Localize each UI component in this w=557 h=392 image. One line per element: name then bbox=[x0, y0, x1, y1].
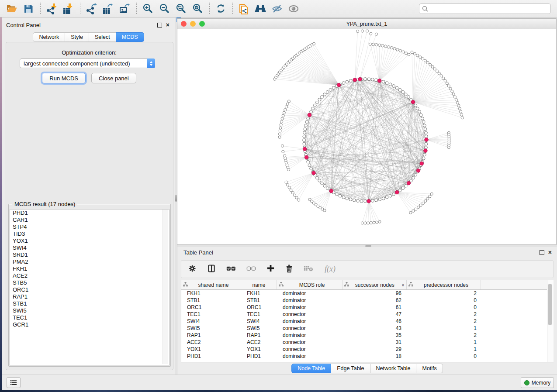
criterion-dropdown[interactable]: largest connected component (undirected) bbox=[20, 58, 155, 68]
column-settings-icon[interactable] bbox=[188, 264, 197, 275]
memory-button[interactable]: Memory bbox=[521, 377, 554, 388]
tab-select[interactable]: Select bbox=[89, 32, 116, 42]
mcds-result-item[interactable]: STB5 bbox=[10, 279, 169, 286]
close-panel-button[interactable]: Close panel bbox=[91, 73, 136, 83]
tab-edge-table[interactable]: Edge Table bbox=[331, 364, 370, 373]
table-cell: FKH1 bbox=[241, 290, 277, 297]
mcds-result-list[interactable]: PHD1CAR1STP4TID3YOX1SWI4SRD1PMA2FKH1ACE2… bbox=[10, 209, 170, 365]
table-row[interactable]: TEC1TEC1connector472 bbox=[181, 311, 553, 318]
mcds-result-item[interactable]: STB1 bbox=[10, 300, 169, 307]
table-row[interactable]: SWI4SWI4dominator462 bbox=[181, 318, 553, 325]
table-scrollbar-thumb[interactable] bbox=[548, 284, 552, 325]
table-row[interactable]: STB1STB1dominator620 bbox=[181, 297, 553, 304]
table-row[interactable]: ACE2ACE2connector311 bbox=[181, 339, 553, 346]
zoom-out-icon[interactable] bbox=[158, 2, 171, 15]
table-cell: dominator bbox=[277, 318, 343, 325]
hide-selected-icon[interactable] bbox=[270, 2, 284, 15]
show-all-icon[interactable] bbox=[287, 2, 300, 15]
table-row[interactable]: RAP1RAP1dominator352 bbox=[181, 332, 553, 339]
close-table-panel-icon[interactable]: × bbox=[548, 251, 552, 254]
export-table-icon[interactable] bbox=[101, 2, 114, 15]
import-network-icon[interactable] bbox=[45, 2, 58, 15]
deselect-all-rows-icon[interactable] bbox=[246, 265, 256, 274]
add-column-icon[interactable] bbox=[266, 264, 275, 274]
table-cell: 2 bbox=[407, 311, 481, 318]
table-cell: 2 bbox=[407, 332, 481, 339]
task-history-button[interactable] bbox=[7, 377, 21, 388]
zoom-fit-icon[interactable] bbox=[174, 2, 187, 15]
apply-layout-icon[interactable] bbox=[214, 2, 227, 15]
search-input[interactable] bbox=[430, 5, 548, 12]
mcds-result-item[interactable]: FKH1 bbox=[10, 265, 169, 272]
open-file-icon[interactable] bbox=[5, 2, 18, 15]
table-cell: 46 bbox=[343, 318, 407, 325]
search-box[interactable] bbox=[419, 3, 551, 14]
table-cell: 1 bbox=[407, 325, 481, 332]
tab-motifs[interactable]: Motifs bbox=[416, 364, 443, 373]
column-label: predecessor nodes bbox=[413, 282, 479, 288]
mcds-result-item[interactable]: STP4 bbox=[10, 224, 169, 230]
import-table-icon[interactable] bbox=[62, 2, 75, 15]
mcds-result-item[interactable]: RAP1 bbox=[10, 293, 169, 300]
mcds-result-item[interactable]: SWI4 bbox=[10, 244, 169, 251]
column-header-name[interactable]: name bbox=[241, 280, 277, 289]
column-header-predecessor-nodes[interactable]: predecessor nodes bbox=[407, 280, 481, 289]
close-panel-icon[interactable]: × bbox=[166, 23, 170, 27]
tab-mcds[interactable]: MCDS bbox=[116, 32, 144, 42]
search-network-icon[interactable] bbox=[254, 2, 267, 15]
table-row[interactable]: ORC1ORC1dominator610 bbox=[181, 304, 553, 311]
tab-style[interactable]: Style bbox=[65, 32, 89, 42]
tab-node-table[interactable]: Node Table bbox=[291, 364, 331, 373]
mcds-result-item[interactable]: GCR1 bbox=[10, 321, 169, 328]
table-cell: 31 bbox=[343, 339, 407, 346]
mcds-result-item[interactable]: TEC1 bbox=[10, 314, 169, 321]
table-cell: SWI4 bbox=[181, 318, 241, 325]
tab-network-table[interactable]: Network Table bbox=[370, 364, 417, 373]
zoom-in-icon[interactable] bbox=[141, 2, 154, 15]
delete-columns-icon[interactable] bbox=[285, 264, 293, 275]
horizontal-splitter-grip[interactable] bbox=[365, 245, 371, 247]
export-image-icon[interactable] bbox=[118, 2, 131, 15]
search-icon bbox=[422, 6, 428, 12]
table-panel-title: Table Panel bbox=[177, 249, 213, 256]
table-panel-tabs: Node TableEdge TableNetwork TableMotifs bbox=[291, 364, 443, 373]
table-cell: connector bbox=[277, 346, 343, 353]
save-icon[interactable] bbox=[22, 2, 35, 15]
column-header-MCDS-role[interactable]: MCDS role bbox=[277, 280, 343, 289]
export-network-icon[interactable] bbox=[85, 2, 98, 15]
mcds-result-item[interactable]: PMA2 bbox=[10, 258, 169, 265]
split-table-icon[interactable] bbox=[207, 264, 216, 275]
column-header-successor-nodes[interactable]: successor nodes∨ bbox=[343, 280, 407, 289]
table-row[interactable]: FKH1FKH1dominator962 bbox=[181, 290, 553, 297]
mcds-result-item[interactable]: SWI5 bbox=[10, 307, 169, 314]
mcds-result-item[interactable]: YOX1 bbox=[10, 237, 169, 244]
function-builder-icon[interactable]: f(x) bbox=[325, 265, 336, 274]
zoom-selected-icon[interactable] bbox=[191, 2, 204, 15]
tab-network[interactable]: Network bbox=[33, 32, 65, 42]
table-row[interactable]: PHD1PHD1dominator180 bbox=[181, 353, 553, 360]
mcds-result-title: MCDS result (17 nodes) bbox=[12, 201, 77, 207]
network-graph bbox=[177, 29, 556, 244]
float-panel-icon[interactable] bbox=[157, 23, 162, 28]
mcds-result-item[interactable]: ACE2 bbox=[10, 272, 169, 279]
node-table[interactable]: shared namenameMCDS rolesuccessor nodes∨… bbox=[181, 280, 554, 362]
mcds-list-scrollbar[interactable] bbox=[163, 210, 168, 364]
run-mcds-button[interactable]: Run MCDS bbox=[42, 73, 86, 83]
mcds-result-item[interactable]: ORC1 bbox=[10, 286, 169, 293]
network-frame-titlebar[interactable]: YPA_prune.txt_1 bbox=[177, 18, 557, 29]
select-all-rows-icon[interactable] bbox=[226, 265, 236, 274]
table-row[interactable]: YOX1YOX1connector291 bbox=[181, 346, 553, 353]
mcds-result-item[interactable]: PHD1 bbox=[10, 210, 169, 217]
clone-network-icon[interactable] bbox=[237, 2, 250, 15]
status-bar bbox=[2, 375, 557, 390]
table-row[interactable]: SWI5SWI5connector431 bbox=[181, 325, 553, 332]
column-header-shared-name[interactable]: shared name bbox=[181, 280, 241, 289]
table-cell: 1 bbox=[407, 346, 481, 353]
network-canvas[interactable] bbox=[177, 29, 557, 245]
mcds-result-item[interactable]: SRD1 bbox=[10, 251, 169, 258]
mcds-result-item[interactable]: CAR1 bbox=[10, 217, 169, 224]
table-cell: 1 bbox=[407, 339, 481, 346]
delete-table-icon[interactable] bbox=[304, 265, 314, 274]
float-table-panel-icon[interactable] bbox=[540, 250, 544, 255]
mcds-result-item[interactable]: TID3 bbox=[10, 230, 169, 237]
